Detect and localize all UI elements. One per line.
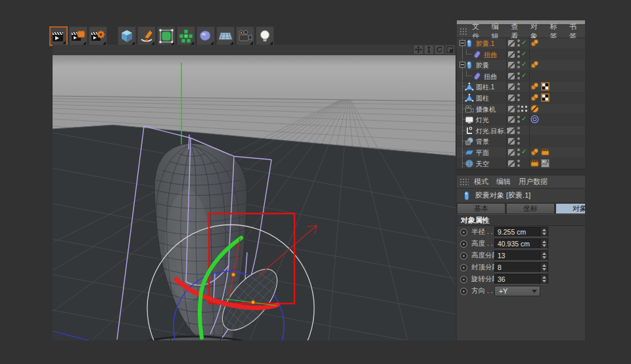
phong-tag-icon[interactable] — [530, 148, 539, 156]
am-menu-userdata[interactable]: 用户数据 — [515, 177, 551, 187]
collapse-toggle[interactable] — [459, 40, 465, 46]
am-menu-mode[interactable]: 模式 — [470, 177, 492, 187]
layer-toggle-icon — [508, 127, 515, 134]
orientation-dropdown[interactable]: +Y — [494, 286, 540, 296]
render-button-group — [49, 26, 107, 46]
object-row-bend1[interactable]: 扭曲 ✓ — [457, 49, 585, 60]
object-row-bend[interactable]: 扭曲 ✓ — [457, 71, 585, 82]
tab-coordinates[interactable]: 坐标 — [506, 203, 555, 214]
light-icon — [258, 29, 272, 43]
enabled-check-icon: ✓ — [521, 39, 526, 46]
subdivision-surface-button[interactable] — [157, 26, 175, 46]
camera-button[interactable] — [236, 26, 254, 46]
field-rotation-segments: 旋转分段 36 — [457, 273, 585, 285]
texture-tag-icon[interactable] — [541, 93, 549, 102]
cap-segments-input[interactable]: 8 — [494, 262, 548, 273]
cube-icon — [120, 29, 134, 43]
viewport-canvas[interactable] — [53, 55, 456, 340]
render-view-button[interactable] — [49, 26, 68, 46]
viewport-pan-icon[interactable] — [414, 45, 423, 54]
object-row-capsule[interactable]: 胶囊 ✓ — [457, 60, 585, 71]
plane-object-icon — [465, 148, 474, 157]
capsule-object-icon — [462, 191, 471, 201]
object-row-cylinder1[interactable]: 圆柱.1 — [457, 81, 585, 93]
light-button[interactable] — [256, 26, 274, 46]
object-row-light-target[interactable]: 灯光.目标.1 — [457, 125, 585, 137]
object-row-cylinder[interactable]: 圆柱 — [457, 93, 585, 104]
phong-tag-icon[interactable] — [530, 60, 539, 69]
object-row-light[interactable]: 灯光 ✓ — [457, 114, 585, 125]
texture-tag-icon[interactable] — [541, 82, 549, 91]
phong-tag-icon[interactable] — [530, 93, 539, 102]
tab-basic[interactable]: 基本 — [457, 203, 505, 214]
sky-object-icon — [465, 159, 474, 168]
phong-tag-icon[interactable] — [530, 82, 539, 91]
viewport-titlebar — [53, 45, 456, 55]
stepper-arrows-icon[interactable] — [540, 263, 548, 272]
stepper-arrows-icon[interactable] — [540, 275, 548, 284]
keyframe-circle-icon[interactable] — [460, 229, 467, 236]
panel-grip-icon[interactable] — [459, 178, 469, 186]
handle-dot-1[interactable] — [231, 273, 235, 277]
compositing-tag-icon[interactable] — [541, 148, 549, 156]
viewport-maximize-icon[interactable] — [446, 45, 454, 54]
panel-grip-icon[interactable] — [459, 28, 467, 35]
attribute-object-name: 胶囊对象 [胶囊.1] — [475, 191, 530, 200]
capsule-object-icon — [465, 60, 474, 70]
light-target-object-icon — [465, 126, 474, 135]
height-input[interactable]: 40.935 cm — [494, 239, 548, 249]
render-settings-button[interactable] — [89, 26, 107, 46]
keyframe-circle-icon[interactable] — [460, 252, 467, 260]
compositing-tag-icon[interactable] — [530, 159, 539, 168]
object-row-background[interactable]: 背景 — [457, 136, 585, 147]
object-properties-header[interactable]: 对象属性 — [457, 214, 585, 226]
panel-divider[interactable] — [457, 169, 585, 175]
object-row-sky[interactable]: 天空 — [457, 158, 585, 170]
layer-toggle-icon — [508, 95, 515, 101]
collapse-toggle[interactable] — [459, 62, 465, 68]
attribute-object-title: 胶囊对象 [胶囊.1] — [457, 189, 585, 203]
stepper-arrows-icon[interactable] — [540, 251, 548, 260]
object-properties-fields: 半径 . . . 9.255 cm 高度 . . . 40.935 cm 高度分… — [457, 226, 585, 297]
object-row-plane[interactable]: 平面 ✓ — [457, 147, 585, 158]
add-cube-button[interactable] — [118, 26, 136, 46]
am-menu-edit[interactable]: 编辑 — [492, 177, 515, 187]
array-generator-icon — [179, 29, 193, 43]
object-tree: 胶囊.1 ✓ 扭曲 ✓ 胶囊 ✓ — [457, 38, 585, 169]
object-row-camera[interactable]: 摄像机 — [457, 104, 585, 115]
tab-object[interactable]: 对象 — [555, 203, 585, 214]
sky-texture-tag-icon[interactable] — [541, 159, 549, 168]
target-tag-icon[interactable] — [530, 115, 539, 124]
array-generator-button[interactable] — [177, 26, 195, 46]
keyframe-circle-icon[interactable] — [460, 276, 467, 283]
stepper-arrows-icon[interactable] — [540, 227, 548, 237]
background-object-icon — [465, 137, 474, 146]
attribute-tabs: 基本 坐标 对象 — [457, 203, 585, 214]
viewport-rotate-icon[interactable] — [435, 45, 444, 54]
radius-input[interactable]: 9.255 cm — [494, 227, 548, 237]
keyframe-circle-icon[interactable] — [460, 288, 467, 295]
layer-toggle-icon — [508, 83, 515, 90]
floor-button[interactable] — [216, 26, 235, 46]
handle-dot-2[interactable] — [251, 300, 255, 304]
render-picture-viewer-icon — [71, 29, 85, 43]
render-to-picture-viewer-button[interactable] — [69, 26, 87, 46]
protection-tag-icon[interactable] — [530, 104, 539, 113]
keyframe-circle-icon[interactable] — [460, 240, 467, 248]
keyframe-circle-icon[interactable] — [460, 264, 467, 271]
enabled-check-icon: ✓ — [521, 115, 526, 122]
height-segments-input[interactable]: 13 — [494, 250, 548, 261]
bend-deformer-icon — [473, 72, 482, 81]
rotation-segments-input[interactable]: 36 — [494, 274, 548, 284]
camera-object-icon — [465, 104, 474, 114]
viewport-dolly-icon[interactable] — [425, 45, 433, 54]
layer-toggle-icon — [508, 160, 515, 167]
phong-tag-icon[interactable] — [530, 39, 539, 47]
stepper-arrows-icon[interactable] — [540, 239, 548, 248]
metaball-button[interactable] — [197, 26, 215, 46]
object-row-capsule1[interactable]: 胶囊.1 ✓ — [457, 38, 585, 49]
pen-spline-button[interactable] — [137, 26, 156, 46]
layer-toggle-icon — [508, 62, 515, 68]
field-cap-segments: 封顶分段 8 — [457, 262, 585, 273]
field-height: 高度 . . . 40.935 cm — [457, 238, 585, 250]
